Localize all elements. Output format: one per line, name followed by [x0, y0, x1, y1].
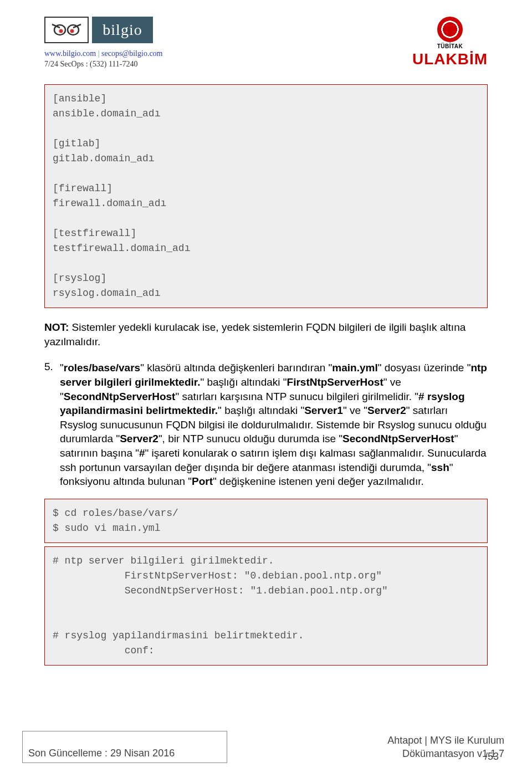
note-paragraph: NOT: Sistemler yedekli kurulacak ise, ye…: [44, 320, 488, 349]
svg-point-3: [70, 29, 74, 33]
page-footer: Son Güncelleme : 29 Nisan 2016 Ahtapot |…: [0, 731, 532, 764]
note-label: NOT:: [44, 321, 69, 333]
footer-date: Son Güncelleme : 29 Nisan 2016: [28, 748, 175, 759]
list-item-5: 5. "roles/base/vars" klasörü altında değ…: [44, 361, 488, 489]
footer-left: Son Güncelleme : 29 Nisan 2016: [22, 731, 227, 763]
contact-url: www.bilgio.com: [44, 49, 96, 58]
item-body: "roles/base/vars" klasörü altında değişk…: [60, 361, 488, 489]
bilgio-logo: bilgio: [92, 17, 153, 43]
page-header: bilgio www.bilgio.com | secops@bilgio.co…: [0, 0, 532, 74]
bilgio-logo-text: bilgio: [103, 21, 142, 39]
secops-line: 7/24 SecOps : (532) 111-7240: [44, 60, 163, 69]
page-content: [ansible] ansible.domain_adı [gitlab] gi…: [0, 84, 532, 666]
owl-logo-icon: [44, 17, 89, 43]
tubitak-emblem-icon: [437, 17, 463, 42]
code-block-commands: $ cd roles/base/vars/ $ sudo vi main.yml: [44, 499, 488, 543]
header-left: bilgio www.bilgio.com | secops@bilgio.co…: [44, 17, 163, 69]
contact-email: secops@bilgio.com: [101, 49, 163, 58]
tubitak-label: TÜBİTAK: [437, 43, 463, 49]
code-block-mainyml: # ntp server bilgileri girilmektedir. Fi…: [44, 546, 488, 666]
header-right: TÜBİTAK ULAKBİM: [412, 17, 488, 69]
code-block-hosts: [ansible] ansible.domain_adı [gitlab] gi…: [44, 84, 488, 308]
note-text: Sistemler yedekli kurulacak ise, yedek s…: [44, 321, 466, 347]
ulakbim-text: ULAKBİM: [412, 50, 488, 68]
ulakbim-logo-text: ULAKBİM: [412, 50, 488, 68]
page-fraction: /53: [485, 751, 499, 762]
contact-sep: |: [96, 49, 101, 58]
contact-line: www.bilgio.com | secops@bilgio.com: [44, 49, 163, 58]
footer-row: Son Güncelleme : 29 Nisan 2016 Ahtapot |…: [0, 731, 532, 764]
logo-row: bilgio: [44, 17, 163, 43]
item-number: 5.: [44, 361, 60, 373]
svg-point-2: [59, 29, 63, 33]
footer-right-line1: Ahtapot | MYS ile Kurulum: [387, 734, 504, 747]
